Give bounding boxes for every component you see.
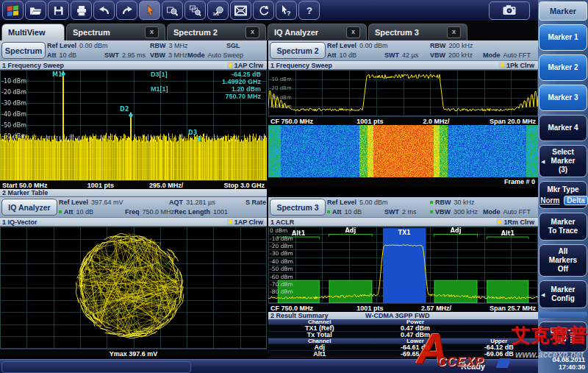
marker-3-button[interactable]: Marker 3: [539, 85, 587, 111]
tab-close-icon[interactable]: x: [447, 26, 461, 38]
footer-value: 2.57 MHz/: [404, 305, 470, 312]
status-dot-icon: [59, 210, 62, 213]
undo-button[interactable]: [93, 1, 115, 20]
floppy-icon: [53, 5, 64, 16]
select-marker-button[interactable]: ◀SelectMarker(3): [539, 145, 587, 177]
sequencer-loop-button[interactable]: S: [253, 1, 274, 20]
frame-number: Frame # 0: [504, 178, 535, 185]
panel-spectrum1: SpectrumRef Level0.00 dBmRBW3 MHzSGLAtt1…: [0, 40, 267, 189]
spectrum2-trace-canvas[interactable]: [268, 70, 538, 116]
setting-value: 5.00 dBm: [359, 199, 388, 206]
marker-readout-row: 750.70 MHz: [151, 93, 261, 100]
summary-cell: 0.47 dBm: [370, 332, 459, 338]
spectrum3-titlebar: 1 ACLR 1Rm Clrw: [268, 218, 538, 227]
tab-close-icon[interactable]: x: [346, 26, 360, 38]
tab-spectrum-2[interactable]: Spectrum 2x: [167, 24, 266, 40]
tab-iq-analyzer[interactable]: IQ Analyzerx: [268, 24, 367, 40]
setting-value: 42 µs: [402, 51, 418, 59]
spectrum2-channel-button[interactable]: Spectrum 2: [270, 42, 326, 59]
option-delta[interactable]: Delta: [564, 196, 587, 205]
setting-value: 31.281 µs: [186, 199, 215, 206]
spectrum3-channel-button[interactable]: Spectrum 3: [270, 199, 326, 216]
select-tool-button[interactable]: [139, 1, 160, 20]
marker-4-button[interactable]: Marker 4: [539, 115, 587, 141]
date-label: 04.08.2011: [552, 356, 585, 363]
footer-value: 1001 pts: [337, 118, 403, 125]
spectrum3-header: Spectrum 3Ref Level5.00 dBmRBW30 kHzAtt1…: [268, 197, 538, 218]
zoom-1to1-button[interactable]: 1:1: [207, 1, 229, 20]
tab-close-icon[interactable]: x: [245, 26, 259, 38]
spectrum1-channel-button[interactable]: Spectrum: [1, 42, 46, 59]
marker-type-button[interactable]: Mkr TypeNormDelta: [539, 181, 587, 209]
marker-2-button[interactable]: Marker 2: [539, 54, 587, 81]
result-summary-titlebar: 2 Result Summary W-CDMA 3GPP FWD: [268, 312, 538, 319]
setting-value: 10 dB: [60, 51, 77, 59]
softkey-label: SelectMarker(3): [551, 148, 576, 174]
submenu-arrow-icon: ◀: [541, 291, 545, 299]
marker-value: 1.49920 GHz: [222, 78, 261, 85]
spectrum1-plot[interactable]: D3[1]-64.25 dB1.49920 GHzM1[1]1.20 dBm75…: [0, 70, 267, 180]
marker-to-trace-button[interactable]: MarkerTo Trace: [539, 213, 587, 241]
footer-value: Span 20.0 MHz: [470, 118, 536, 125]
setting-label: RBW: [435, 199, 451, 206]
setting-value: 3 MHz: [169, 42, 188, 49]
zoom-area-button[interactable]: [162, 1, 183, 20]
marker-config-button[interactable]: ◀MarkerConfig: [539, 280, 587, 308]
tab-spectrum-3[interactable]: Spectrum 3x: [368, 24, 467, 40]
trace-indicator: 1Pk Clrw: [499, 62, 536, 69]
tab-label: Spectrum 2: [173, 28, 218, 37]
spectrum3-settings: Ref Level5.00 dBmRBW30 kHzAtt10 dBSWT2 m…: [327, 197, 538, 217]
setting-label: Ref Level: [327, 199, 356, 206]
redo-button[interactable]: [116, 1, 137, 20]
spectrogram-plot[interactable]: [268, 125, 538, 177]
setting-label: Ref Level: [59, 199, 88, 206]
marker-name: D3[1]: [151, 71, 168, 78]
setting-aqt: AQT31.281 µs: [169, 199, 245, 206]
tab-multiview[interactable]: MultiView: [1, 24, 65, 40]
status-dot-icon: [327, 210, 330, 213]
setting-label: RBW: [150, 42, 166, 49]
sequencer-button[interactable]: [539, 322, 587, 352]
marker-value: 1.20 dBm: [232, 85, 261, 93]
option-norm[interactable]: Norm: [538, 196, 562, 205]
iq-titlebar: 1 IQ-Vector 1AP Clrw: [0, 218, 267, 227]
summary-cell: -64.61 dB: [370, 344, 459, 350]
status-left-segment[interactable]: [1, 361, 191, 373]
svg-text:?: ?: [306, 5, 312, 16]
setting-value: 2.95 ms: [122, 51, 146, 59]
all-markers-off-button[interactable]: AllMarkersOff: [539, 244, 587, 277]
footer-value: Span 25.7 MHz: [470, 305, 536, 312]
setting-label: Freq: [125, 208, 140, 216]
display-config-button[interactable]: [230, 1, 251, 20]
summary-cell: -64.12 dB: [460, 344, 538, 350]
iq-channel-button[interactable]: IQ Analyzer: [1, 199, 57, 216]
tab-spectrum[interactable]: Spectrumx: [66, 24, 165, 40]
aclr-plot[interactable]: [268, 227, 538, 303]
setting-label: Mode: [483, 208, 501, 216]
open-button[interactable]: [25, 1, 46, 20]
softkey-menu-title: Marker: [539, 1, 587, 21]
summary-cell: Upper: [460, 338, 538, 344]
help-button[interactable]: ?: [298, 1, 320, 20]
iq-vector-canvas[interactable]: [0, 227, 267, 349]
tab-close-icon[interactable]: x: [145, 26, 159, 38]
windows-button[interactable]: [2, 1, 24, 20]
spectrum2-plot[interactable]: [268, 70, 538, 116]
trace-dot-icon: [229, 63, 232, 67]
settings-row: Att10 dBSWT42 µsVBW200 kHzModeAuto FFT: [327, 51, 538, 60]
ymax-readout: Ymax 397.6 mV: [110, 350, 158, 358]
trace-dot-icon: [498, 220, 501, 224]
spectrogram-canvas[interactable]: [268, 125, 538, 177]
printer-icon: [76, 5, 87, 16]
context-help-button[interactable]: ?: [276, 1, 297, 20]
marker-1-button[interactable]: Marker 1: [539, 24, 587, 51]
marker-table-titlebar[interactable]: 2 Marker Table: [0, 189, 267, 197]
print-button[interactable]: [71, 1, 92, 20]
multi-zoom-button[interactable]: [184, 1, 206, 20]
window-title: 1 Frequency Sweep: [2, 62, 64, 69]
iq-vector-plot[interactable]: [0, 227, 267, 349]
aclr-canvas[interactable]: [268, 227, 538, 303]
screenshot-button[interactable]: [489, 1, 530, 20]
save-button[interactable]: [48, 1, 69, 20]
setting-label: Att: [64, 208, 74, 216]
